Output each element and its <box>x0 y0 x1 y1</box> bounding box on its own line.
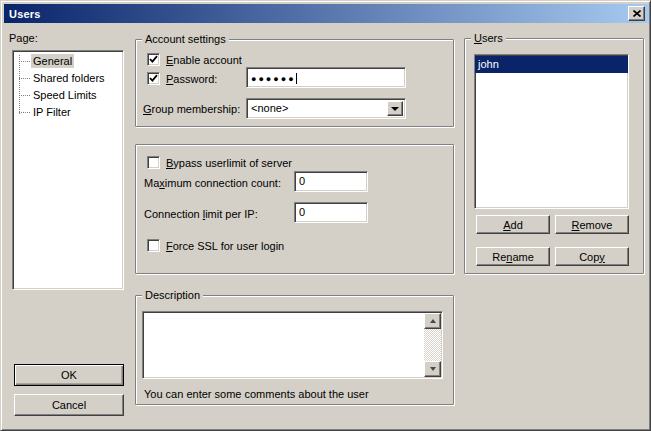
remove-button[interactable]: Remove <box>555 215 629 234</box>
add-button[interactable]: Add <box>476 215 550 234</box>
group-membership-value: <none> <box>251 102 288 115</box>
tree-item-speed-limits[interactable]: Speed Limits <box>13 87 123 104</box>
max-connection-label: Maximum connection count: <box>144 177 281 190</box>
force-ssl-label: Force SSL for user login <box>166 240 284 253</box>
force-ssl-checkbox[interactable] <box>147 239 160 252</box>
dropdown-button[interactable] <box>387 101 403 116</box>
password-value: ●●●●●● <box>251 74 296 84</box>
check-icon <box>149 55 158 64</box>
tree-item-ip-filter[interactable]: IP Filter <box>13 104 123 121</box>
description-legend: Description <box>142 289 203 302</box>
connection-per-ip-label: Connection limit per IP: <box>144 208 258 221</box>
tree-item-shared-folders[interactable]: Shared folders <box>13 70 123 87</box>
scroll-up-button[interactable] <box>424 313 441 329</box>
account-settings-legend: Account settings <box>142 33 229 46</box>
enable-account-checkbox[interactable] <box>147 53 160 66</box>
users-legend: Users <box>471 32 506 45</box>
list-item-john[interactable]: john <box>475 56 628 73</box>
chevron-down-icon <box>391 107 399 111</box>
window-title: Users <box>4 8 41 20</box>
description-hint: You can enter some comments about the us… <box>144 388 369 401</box>
password-checkbox[interactable] <box>147 72 160 85</box>
enable-account-label: Enable account <box>166 54 242 67</box>
vertical-scrollbar[interactable] <box>424 313 441 377</box>
group-membership-select[interactable]: <none> <box>246 98 406 119</box>
check-icon <box>149 74 158 83</box>
bypass-userlimit-label: Bypass userlimit of server <box>166 157 292 170</box>
titlebar[interactable]: Users <box>4 4 649 23</box>
group-membership-label: Group membership: <box>143 103 240 116</box>
users-list[interactable]: john <box>474 54 629 209</box>
arrow-up-icon <box>430 319 436 323</box>
bypass-userlimit-checkbox[interactable] <box>147 156 160 169</box>
max-connection-input[interactable]: 0 <box>294 171 368 192</box>
max-connection-value: 0 <box>299 175 305 187</box>
password-input[interactable]: ●●●●●● <box>246 67 406 88</box>
users-dialog: Users Page: General Shared folders Speed… <box>0 0 651 431</box>
scroll-down-button[interactable] <box>424 361 441 377</box>
password-label: Password: <box>166 73 217 86</box>
description-textarea[interactable] <box>142 311 443 379</box>
close-button[interactable] <box>628 6 645 21</box>
copy-button[interactable]: Copy <box>555 247 629 266</box>
arrow-down-icon <box>430 367 436 371</box>
tree-item-general[interactable]: General <box>13 53 123 70</box>
rename-button[interactable]: Rename <box>476 247 550 266</box>
connection-per-ip-value: 0 <box>299 206 305 218</box>
cancel-button[interactable]: Cancel <box>14 394 124 416</box>
page-label: Page: <box>9 32 38 45</box>
connection-per-ip-input[interactable]: 0 <box>294 202 368 223</box>
ok-button[interactable]: OK <box>14 364 124 386</box>
page-tree[interactable]: General Shared folders Speed Limits IP F… <box>12 50 124 290</box>
close-icon <box>633 10 641 17</box>
